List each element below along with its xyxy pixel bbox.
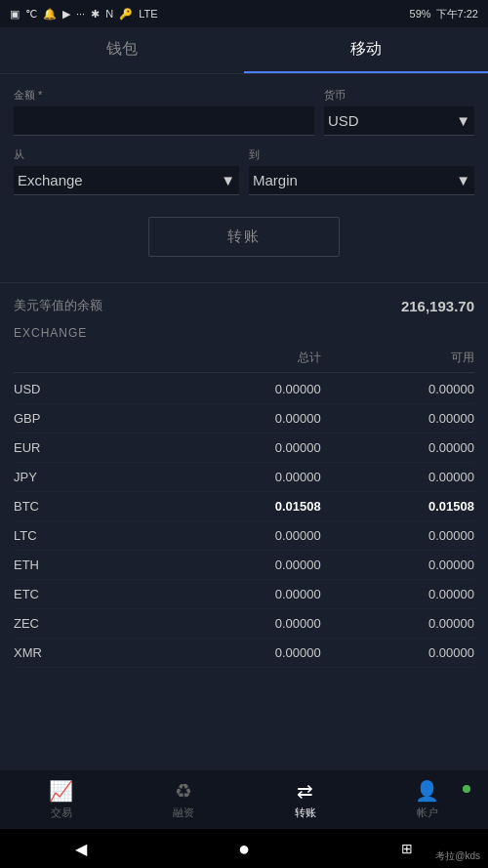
scrollable-table[interactable]: USD 0.00000 0.00000 GBP 0.00000 0.00000 … — [14, 375, 474, 678]
amount-input[interactable] — [14, 106, 314, 136]
td-total: 0.00000 — [167, 616, 320, 631]
td-total: 0.00000 — [167, 470, 320, 484]
table-row: ETH 0.00000 0.00000 — [14, 551, 474, 580]
to-value: Margin — [253, 172, 298, 188]
amount-group: 金额 * — [14, 88, 314, 136]
table-row: GBP 0.00000 0.00000 — [14, 404, 474, 434]
play-icon: ▶ — [62, 8, 70, 21]
td-available: 0.00000 — [321, 411, 474, 426]
td-available: 0.00000 — [321, 440, 474, 455]
table-row: ETC 0.00000 0.00000 — [14, 580, 474, 609]
currency-value: USD — [328, 112, 359, 129]
signal-icon: LTE — [139, 8, 157, 20]
td-currency: USD — [14, 382, 167, 396]
nav-trade[interactable]: 📈 交易 — [0, 779, 122, 820]
currency-group: 货币 USD ▼ — [324, 88, 474, 136]
td-available: 0.00000 — [321, 470, 474, 484]
td-total: 0.00000 — [167, 382, 320, 396]
tab-transfer-label: 移动 — [350, 39, 382, 60]
tab-wallet[interactable]: 钱包 — [0, 27, 244, 73]
from-value: Exchange — [18, 172, 83, 188]
td-total: 0.00000 — [167, 587, 320, 601]
balance-value: 216,193.70 — [401, 298, 474, 314]
amount-label: 金额 * — [14, 88, 314, 103]
account-dot — [463, 785, 470, 793]
bottom-nav: 📈 交易 ♻ 融资 ⇄ 转账 👤 帐户 — [0, 770, 488, 829]
chevron-down-icon-2: ▼ — [221, 172, 235, 188]
td-available: 0.00000 — [321, 587, 474, 601]
table-row: DASH 0.00000 0.00000 — [14, 668, 474, 678]
to-select[interactable]: Margin ▼ — [249, 166, 474, 195]
td-total: 0.00000 — [167, 440, 320, 455]
td-currency: JPY — [14, 470, 167, 484]
nav-transfer[interactable]: ⇄ 转账 — [244, 779, 366, 820]
notification-icon: 🔔 — [43, 8, 57, 21]
td-total: 0.00000 — [167, 675, 320, 678]
tab-bar: 钱包 移动 — [0, 27, 488, 74]
th-currency — [14, 350, 167, 366]
transfer-btn-row: 转账 — [14, 207, 474, 272]
nav-account[interactable]: 👤 帐户 — [366, 779, 488, 820]
table-row: EUR 0.00000 0.00000 — [14, 434, 474, 463]
to-label: 到 — [249, 147, 474, 162]
dots: ··· — [76, 8, 85, 20]
table-row: BTC 0.01508 0.01508 — [14, 492, 474, 521]
td-currency: ETC — [14, 587, 167, 601]
td-available: 0.00000 — [321, 558, 474, 572]
key-icon: 🔑 — [119, 8, 133, 21]
nav-trade-label: 交易 — [51, 806, 72, 820]
table-row: JPY 0.00000 0.00000 — [14, 463, 474, 492]
from-label: 从 — [14, 147, 239, 162]
form-row-1: 金额 * 货币 USD ▼ — [14, 88, 474, 136]
td-total: 0.00000 — [167, 645, 320, 660]
td-available: 0.00000 — [321, 528, 474, 543]
menu-icon: ▣ — [10, 8, 20, 21]
status-bar: ▣ ℃ 🔔 ▶ ··· ✱ N 🔑 LTE 59% 下午7:22 — [0, 0, 488, 27]
td-currency: ETH — [14, 558, 167, 572]
chevron-down-icon: ▼ — [456, 112, 470, 129]
td-currency: LTC — [14, 528, 167, 543]
nav-funding[interactable]: ♻ 融资 — [122, 779, 244, 820]
bluetooth-icon: ✱ — [91, 8, 100, 21]
nav-account-label: 帐户 — [417, 806, 438, 820]
app-icon: ℃ — [25, 8, 37, 21]
sys-nav: ◀ ● ⊞ 考拉@kds — [0, 829, 488, 868]
td-currency: XMR — [14, 645, 167, 660]
td-available: 0.01508 — [321, 499, 474, 514]
table-row: XMR 0.00000 0.00000 — [14, 639, 474, 668]
battery-text: 59% — [410, 8, 431, 20]
td-available: 0.00000 — [321, 382, 474, 396]
table-row: ZEC 0.00000 0.00000 — [14, 609, 474, 639]
nav-funding-label: 融资 — [173, 806, 194, 820]
back-button[interactable]: ◀ — [75, 840, 87, 858]
transfer-button[interactable]: 转账 — [148, 217, 340, 257]
currency-label: 货币 — [324, 88, 474, 103]
td-currency: GBP — [14, 411, 167, 426]
account-icon: 👤 — [415, 779, 439, 803]
transfer-icon: ⇄ — [297, 779, 313, 803]
from-select[interactable]: Exchange ▼ — [14, 166, 239, 195]
td-currency: ZEC — [14, 616, 167, 631]
to-group: 到 Margin ▼ — [249, 147, 474, 195]
exchange-label: EXCHANGE — [14, 320, 474, 344]
currency-select[interactable]: USD ▼ — [324, 106, 474, 136]
table-row: LTC 0.00000 0.00000 — [14, 521, 474, 551]
recent-button[interactable]: ⊞ — [401, 841, 413, 856]
td-currency: BTC — [14, 499, 167, 514]
tab-transfer[interactable]: 移动 — [244, 27, 488, 73]
home-button[interactable]: ● — [238, 838, 250, 860]
trade-icon: 📈 — [49, 779, 73, 803]
table-header: 总计 可用 — [14, 344, 474, 373]
td-total: 0.00000 — [167, 558, 320, 572]
tab-wallet-label: 钱包 — [106, 39, 138, 60]
watermark: 考拉@kds — [435, 849, 480, 863]
td-available: 0.00000 — [321, 616, 474, 631]
th-available: 可用 — [321, 350, 474, 366]
th-total: 总计 — [167, 350, 320, 366]
td-total: 0.00000 — [167, 411, 320, 426]
td-available: 0.00000 — [321, 645, 474, 660]
time-text: 下午7:22 — [436, 7, 478, 21]
td-currency: EUR — [14, 440, 167, 455]
td-currency: DASH — [14, 675, 167, 678]
nfc-icon: N — [105, 8, 113, 20]
